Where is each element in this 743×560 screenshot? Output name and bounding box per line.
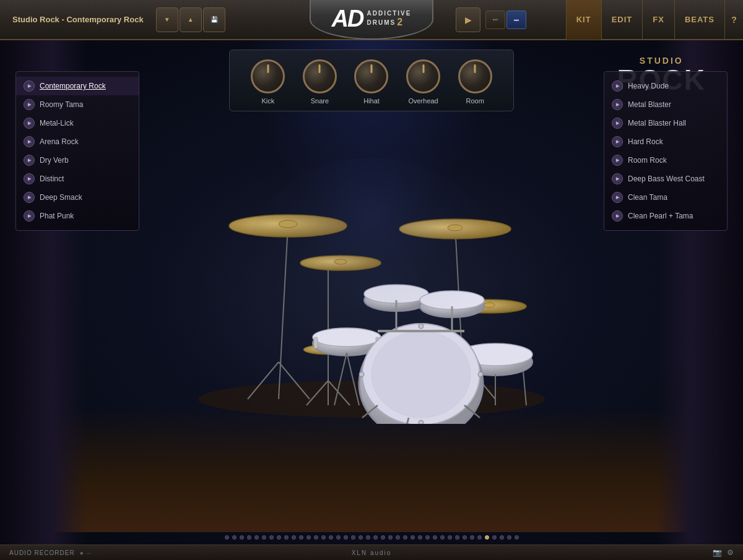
preset-item-label: Deep Bass West Coast (628, 174, 705, 183)
preset-item-label: Contemporary Rock (40, 82, 106, 90)
play-icon: ▶ (612, 136, 623, 147)
nav-controls: ▼ ▲ 💾 (156, 7, 225, 32)
pagination-dot[interactable] (470, 535, 474, 540)
pagination-dot[interactable] (254, 535, 259, 540)
play-button[interactable]: ▶ (456, 7, 480, 32)
pagination-dot[interactable] (344, 535, 348, 540)
view-small-button[interactable]: ▪▪▪ (485, 11, 505, 29)
pagination-dot[interactable] (477, 535, 482, 540)
preset-item-label: Metal Blaster (628, 100, 671, 109)
left-panel: ▶ Contemporary Rock ▶ Roomy Tama ▶ Metal… (15, 71, 139, 231)
pagination-dot[interactable] (448, 535, 452, 540)
pagination-dot[interactable] (247, 535, 251, 540)
list-item[interactable]: ▶ Phat Punk (16, 207, 139, 225)
logo-line1: ADDICTIVE (367, 10, 411, 17)
list-item[interactable]: ▶ Distinct (16, 170, 139, 188)
play-icon: ▶ (24, 192, 35, 203)
overhead-label: Overhead (408, 97, 438, 105)
top-bar: Studio Rock - Contemporary Rock ▼ ▲ 💾 AD… (0, 0, 743, 40)
pagination-dot[interactable] (381, 535, 385, 540)
bottom-icons: 📷 ⚙ (713, 548, 734, 557)
list-item[interactable]: ▶ Roomy Tama (16, 95, 139, 114)
pagination-dot[interactable] (366, 535, 370, 540)
pagination-dot[interactable] (418, 535, 422, 540)
play-icon: ▶ (24, 118, 35, 129)
overhead-knob[interactable] (406, 59, 440, 93)
kick-knob[interactable] (251, 59, 285, 93)
pagination-dot[interactable] (269, 535, 274, 540)
pagination-dot[interactable] (358, 535, 363, 540)
pagination-dot[interactable] (425, 535, 430, 540)
hihat-label: Hihat (363, 97, 380, 105)
help-button[interactable]: ? (724, 0, 743, 40)
logo-container: AD ADDICTIVE DRUMS2 (310, 0, 433, 40)
nav-up-button[interactable]: ▲ (180, 7, 202, 32)
list-item[interactable]: ▶ Clean Pearl + Tama (604, 207, 727, 225)
pagination-dot[interactable] (507, 535, 511, 540)
save-button[interactable]: 💾 (203, 7, 225, 32)
play-icon: ▶ (612, 192, 623, 203)
pagination-dot[interactable] (351, 535, 355, 540)
pagination-dot[interactable] (433, 535, 437, 540)
pagination-dot[interactable] (403, 535, 407, 540)
pagination-dot[interactable] (515, 535, 519, 540)
pagination-dot[interactable] (292, 535, 296, 540)
settings-icon[interactable]: ⚙ (727, 548, 734, 557)
stage-floor (0, 408, 743, 532)
list-item[interactable]: ▶ Metal Blaster (604, 95, 727, 114)
tab-beats[interactable]: BEATS (674, 0, 724, 40)
list-item[interactable]: ▶ Contemporary Rock (16, 77, 139, 95)
preset-name: Studio Rock - Contemporary Rock (0, 15, 156, 24)
list-item[interactable]: ▶ Metal Blaster Hall (604, 114, 727, 132)
hihat-knob[interactable] (354, 59, 388, 93)
list-item[interactable]: ▶ Clean Tama (604, 188, 727, 207)
room-knob[interactable] (458, 59, 492, 93)
transport-controls: ▶ ▪▪▪ ▬ (456, 7, 526, 32)
list-item[interactable]: ▶ Deep Bass West Coast (604, 170, 727, 188)
pagination-dot[interactable] (314, 535, 318, 540)
list-item[interactable]: ▶ Hard Rock (604, 132, 727, 151)
pagination-dot[interactable] (262, 535, 266, 540)
pagination-dot[interactable] (396, 535, 400, 540)
pagination-dot[interactable] (321, 535, 326, 540)
pagination-dot[interactable] (500, 535, 504, 540)
pagination-dot[interactable] (411, 535, 415, 540)
pagination-dot[interactable] (463, 535, 467, 540)
knob-group-overhead: Overhead (406, 59, 440, 105)
list-item[interactable]: ▶ Deep Smack (16, 188, 139, 207)
list-item[interactable]: ▶ Metal-Lick (16, 114, 139, 132)
tab-edit[interactable]: EDIT (601, 0, 643, 40)
preset-item-label: Clean Tama (628, 193, 667, 202)
pagination-dot[interactable] (485, 535, 489, 540)
pagination-dot[interactable] (240, 535, 244, 540)
pagination-dot[interactable] (455, 535, 459, 540)
pagination-dot[interactable] (284, 535, 289, 540)
pagination-dot[interactable] (336, 535, 341, 540)
pagination-dot[interactable] (306, 535, 311, 540)
camera-icon[interactable]: 📷 (713, 548, 722, 557)
preset-item-label: Hard Rock (628, 137, 663, 146)
snare-knob[interactable] (303, 59, 337, 93)
pagination-dot[interactable] (492, 535, 497, 540)
pagination-dot[interactable] (440, 535, 445, 540)
pagination-dot[interactable] (373, 535, 378, 540)
pagination-dot[interactable] (277, 535, 281, 540)
play-icon: ▶ (612, 173, 623, 184)
view-large-button[interactable]: ▬ (506, 11, 526, 29)
tab-fx[interactable]: FX (642, 0, 674, 40)
pagination-dot[interactable] (232, 535, 237, 540)
nav-down-button[interactable]: ▼ (156, 7, 178, 32)
tab-kit[interactable]: KIT (566, 0, 601, 40)
logo-version: 2 (397, 17, 404, 28)
pagination-dot[interactable] (329, 535, 333, 540)
play-icon: ▶ (612, 155, 623, 166)
list-item[interactable]: ▶ Room Rock (604, 151, 727, 170)
pagination-dot[interactable] (388, 535, 393, 540)
pagination-dot[interactable] (225, 535, 229, 540)
xln-audio-label: XLN audio (352, 549, 392, 556)
list-item[interactable]: ▶ Dry Verb (16, 151, 139, 170)
pagination-dot[interactable] (299, 535, 303, 540)
preset-item-label: Deep Smack (40, 193, 82, 202)
list-item[interactable]: ▶ Heavy Dude (604, 77, 727, 95)
list-item[interactable]: ▶ Arena Rock (16, 132, 139, 151)
